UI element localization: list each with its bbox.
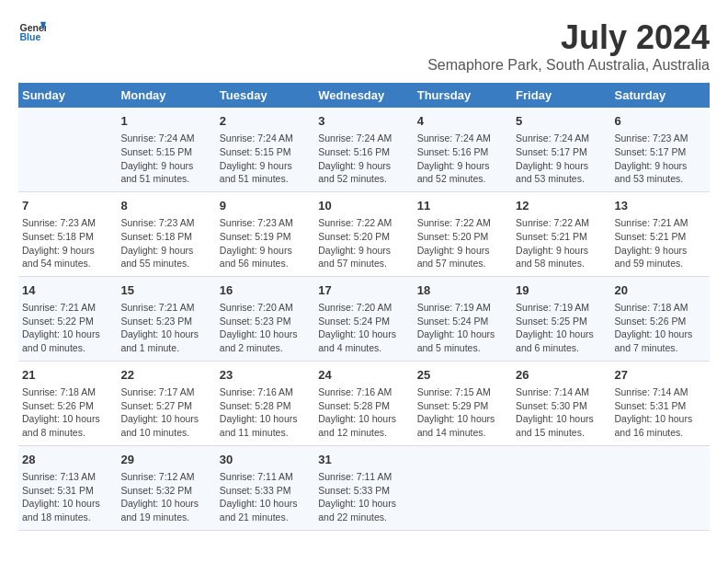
calendar-cell [18,108,117,191]
day-number: 7 [22,198,113,214]
calendar-cell: 25Sunrise: 7:15 AM Sunset: 5:29 PM Dayli… [414,361,512,445]
calendar-cell: 7Sunrise: 7:23 AM Sunset: 5:18 PM Daylig… [18,191,117,276]
day-info: Sunrise: 7:22 AM Sunset: 5:20 PM Dayligh… [417,216,508,270]
day-number: 16 [220,282,311,299]
calendar-cell: 12Sunrise: 7:22 AM Sunset: 5:21 PM Dayli… [512,191,610,276]
day-info: Sunrise: 7:12 AM Sunset: 5:32 PM Dayligh… [120,470,211,524]
calendar-cell: 6Sunrise: 7:23 AM Sunset: 5:17 PM Daylig… [611,108,710,191]
day-number: 30 [220,452,311,468]
logo: General Blue [18,18,46,46]
page-header: General Blue July 2024 Semaphore Park, S… [18,18,710,74]
day-number: 20 [615,282,706,299]
calendar-cell: 14Sunrise: 7:21 AM Sunset: 5:22 PM Dayli… [18,276,117,361]
day-number: 25 [417,367,508,384]
day-info: Sunrise: 7:17 AM Sunset: 5:27 PM Dayligh… [120,385,211,440]
header-cell-wednesday: Wednesday [314,83,413,108]
day-info: Sunrise: 7:16 AM Sunset: 5:28 PM Dayligh… [318,385,409,440]
day-info: Sunrise: 7:24 AM Sunset: 5:15 PM Dayligh… [220,132,311,186]
calendar-cell: 15Sunrise: 7:21 AM Sunset: 5:23 PM Dayli… [117,276,215,361]
day-number: 23 [220,367,311,384]
day-info: Sunrise: 7:14 AM Sunset: 5:31 PM Dayligh… [615,385,706,440]
day-info: Sunrise: 7:11 AM Sunset: 5:33 PM Dayligh… [318,470,409,524]
day-number: 3 [318,113,409,130]
day-number: 29 [120,452,211,468]
calendar-cell: 17Sunrise: 7:20 AM Sunset: 5:24 PM Dayli… [314,276,413,361]
calendar-cell: 28Sunrise: 7:13 AM Sunset: 5:31 PM Dayli… [18,445,117,530]
week-row-3: 14Sunrise: 7:21 AM Sunset: 5:22 PM Dayli… [18,276,710,361]
week-row-5: 28Sunrise: 7:13 AM Sunset: 5:31 PM Dayli… [18,445,710,530]
day-info: Sunrise: 7:24 AM Sunset: 5:16 PM Dayligh… [318,132,409,186]
day-info: Sunrise: 7:23 AM Sunset: 5:18 PM Dayligh… [120,216,211,270]
day-info: Sunrise: 7:23 AM Sunset: 5:19 PM Dayligh… [220,216,311,270]
header-cell-thursday: Thursday [414,83,512,108]
calendar-cell: 4Sunrise: 7:24 AM Sunset: 5:16 PM Daylig… [414,108,512,191]
calendar-cell: 29Sunrise: 7:12 AM Sunset: 5:32 PM Dayli… [117,445,215,530]
calendar-cell: 10Sunrise: 7:22 AM Sunset: 5:20 PM Dayli… [314,191,413,276]
header-row: SundayMondayTuesdayWednesdayThursdayFrid… [18,83,710,108]
calendar-cell: 26Sunrise: 7:14 AM Sunset: 5:30 PM Dayli… [512,361,610,445]
day-number: 2 [220,113,311,130]
week-row-2: 7Sunrise: 7:23 AM Sunset: 5:18 PM Daylig… [18,191,710,276]
logo-icon: General Blue [18,18,46,46]
day-info: Sunrise: 7:24 AM Sunset: 5:15 PM Dayligh… [120,132,211,186]
day-info: Sunrise: 7:24 AM Sunset: 5:16 PM Dayligh… [417,132,508,186]
calendar-cell: 18Sunrise: 7:19 AM Sunset: 5:24 PM Dayli… [414,276,512,361]
day-number: 19 [516,282,607,299]
header-cell-friday: Friday [512,83,610,108]
day-info: Sunrise: 7:19 AM Sunset: 5:25 PM Dayligh… [516,301,607,355]
day-info: Sunrise: 7:23 AM Sunset: 5:18 PM Dayligh… [22,216,113,270]
calendar-cell: 13Sunrise: 7:21 AM Sunset: 5:21 PM Dayli… [611,191,710,276]
calendar-cell: 20Sunrise: 7:18 AM Sunset: 5:26 PM Dayli… [611,276,710,361]
day-info: Sunrise: 7:15 AM Sunset: 5:29 PM Dayligh… [417,385,508,440]
calendar-cell: 21Sunrise: 7:18 AM Sunset: 5:26 PM Dayli… [18,361,117,445]
day-number: 4 [417,113,508,130]
calendar-cell: 30Sunrise: 7:11 AM Sunset: 5:33 PM Dayli… [216,445,314,530]
calendar-cell: 3Sunrise: 7:24 AM Sunset: 5:16 PM Daylig… [314,108,413,191]
day-info: Sunrise: 7:22 AM Sunset: 5:21 PM Dayligh… [516,216,607,270]
day-number: 8 [120,198,211,214]
calendar-cell: 2Sunrise: 7:24 AM Sunset: 5:15 PM Daylig… [216,108,314,191]
day-number: 15 [120,282,211,299]
day-number: 12 [516,198,607,214]
calendar-cell [512,445,610,530]
header-cell-saturday: Saturday [611,83,710,108]
header-cell-monday: Monday [117,83,215,108]
day-number: 6 [615,113,706,130]
calendar-cell: 9Sunrise: 7:23 AM Sunset: 5:19 PM Daylig… [216,191,314,276]
main-title: July 2024 [427,18,710,57]
day-info: Sunrise: 7:21 AM Sunset: 5:21 PM Dayligh… [615,216,706,270]
week-row-1: 1Sunrise: 7:24 AM Sunset: 5:15 PM Daylig… [18,108,710,191]
calendar-cell: 22Sunrise: 7:17 AM Sunset: 5:27 PM Dayli… [117,361,215,445]
day-number: 13 [615,198,706,214]
day-info: Sunrise: 7:19 AM Sunset: 5:24 PM Dayligh… [417,301,508,355]
week-row-4: 21Sunrise: 7:18 AM Sunset: 5:26 PM Dayli… [18,361,710,445]
day-number: 27 [615,367,706,384]
day-info: Sunrise: 7:13 AM Sunset: 5:31 PM Dayligh… [22,470,113,524]
day-info: Sunrise: 7:24 AM Sunset: 5:17 PM Dayligh… [516,132,607,186]
subtitle: Semaphore Park, South Australia, Austral… [427,57,710,74]
calendar-cell: 11Sunrise: 7:22 AM Sunset: 5:20 PM Dayli… [414,191,512,276]
day-info: Sunrise: 7:16 AM Sunset: 5:28 PM Dayligh… [220,385,311,440]
day-number: 31 [318,452,409,468]
header-cell-tuesday: Tuesday [216,83,314,108]
day-info: Sunrise: 7:23 AM Sunset: 5:17 PM Dayligh… [615,132,706,186]
calendar-cell: 23Sunrise: 7:16 AM Sunset: 5:28 PM Dayli… [216,361,314,445]
calendar-header: SundayMondayTuesdayWednesdayThursdayFrid… [18,83,710,108]
calendar-cell [414,445,512,530]
day-number: 26 [516,367,607,384]
day-info: Sunrise: 7:20 AM Sunset: 5:23 PM Dayligh… [220,301,311,355]
day-info: Sunrise: 7:18 AM Sunset: 5:26 PM Dayligh… [22,385,113,440]
day-info: Sunrise: 7:18 AM Sunset: 5:26 PM Dayligh… [615,301,706,355]
calendar-cell [611,445,710,530]
calendar-cell: 8Sunrise: 7:23 AM Sunset: 5:18 PM Daylig… [117,191,215,276]
calendar-table: SundayMondayTuesdayWednesdayThursdayFrid… [18,83,710,531]
calendar-cell: 27Sunrise: 7:14 AM Sunset: 5:31 PM Dayli… [611,361,710,445]
day-number: 10 [318,198,409,214]
svg-text:Blue: Blue [20,31,41,42]
day-number: 28 [22,452,113,468]
day-info: Sunrise: 7:21 AM Sunset: 5:22 PM Dayligh… [22,301,113,355]
day-info: Sunrise: 7:21 AM Sunset: 5:23 PM Dayligh… [120,301,211,355]
day-number: 5 [516,113,607,130]
day-number: 14 [22,282,113,299]
day-number: 22 [120,367,211,384]
